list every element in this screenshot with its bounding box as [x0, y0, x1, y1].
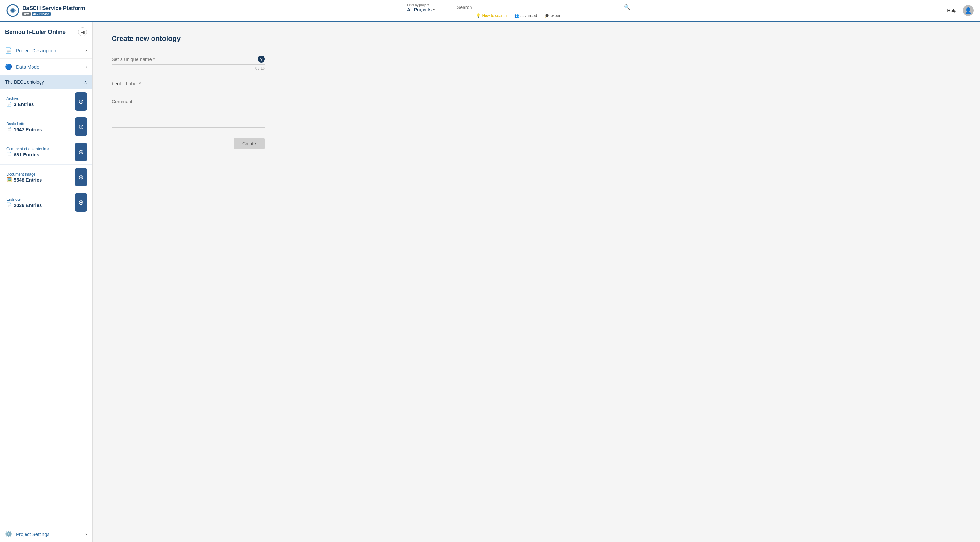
item-category: Basic Letter	[6, 122, 42, 126]
nav-right: Help 👤	[935, 5, 974, 16]
sidebar-item-project-settings[interactable]: ⚙️ Project Settings ›	[0, 526, 92, 542]
sidebar-header: Bernoulli-Euler Online ◀	[0, 22, 92, 43]
filter-chevron-icon: ▾	[433, 7, 435, 12]
item-entries: 📄 3 Entries	[6, 102, 34, 107]
app-logo	[6, 4, 19, 17]
label-field: beol:	[111, 81, 265, 88]
filter-label: Filter by project	[407, 3, 452, 7]
logo-area: DaSCH Service Platform dev dev-release	[6, 4, 102, 17]
item-entries: 📄 1947 Entries	[6, 127, 42, 132]
doc-icon: 📄	[6, 102, 12, 107]
sidebar-collapse-button[interactable]: ◀	[78, 27, 87, 37]
search-box: 🔍	[457, 4, 630, 11]
bulb-icon: 💡	[476, 13, 481, 18]
list-item: Basic Letter 📄 1947 Entries ⊕	[0, 114, 92, 139]
search-top: Filter by project All Projects ▾ 🔍	[407, 3, 630, 12]
item-entries: 📄 2036 Entries	[6, 202, 42, 208]
add-comment-entry-button[interactable]: ⊕	[75, 143, 87, 161]
doc-icon: 📄	[6, 127, 12, 132]
list-item: Archive 📄 3 Entries ⊕	[0, 89, 92, 114]
top-navigation: DaSCH Service Platform dev dev-release F…	[0, 0, 980, 22]
char-count: 0 / 16	[111, 66, 265, 70]
project-description-chevron-icon: ›	[86, 48, 87, 53]
expert-link[interactable]: 🎓 expert	[544, 13, 561, 18]
add-basic-letter-button[interactable]: ⊕	[75, 118, 87, 136]
item-category: Archive	[6, 96, 34, 101]
badge-area: dev dev-release	[22, 12, 85, 16]
filter-value: All Projects	[407, 7, 432, 12]
project-description-icon: 📄	[5, 47, 12, 54]
ontology-chevron-icon: ∧	[84, 80, 87, 84]
advanced-icon: 👥	[514, 13, 519, 18]
label-input[interactable]	[126, 81, 265, 86]
expert-icon: 🎓	[544, 13, 549, 18]
create-button[interactable]: Create	[234, 138, 265, 149]
search-area: Filter by project All Projects ▾ 🔍 💡 How…	[102, 3, 935, 18]
doc-icon: 📄	[6, 202, 12, 207]
filter-select[interactable]: All Projects ▾	[407, 7, 452, 12]
search-icon[interactable]: 🔍	[624, 4, 630, 10]
sidebar-item-data-model[interactable]: 🔵 Data Model ›	[0, 59, 92, 75]
filter-by-project[interactable]: Filter by project All Projects ▾	[407, 3, 452, 12]
ontology-section: The BEOL ontology ∧	[0, 75, 92, 89]
doc-icon: 📄	[6, 152, 12, 157]
add-document-image-button[interactable]: ⊕	[75, 168, 87, 187]
data-model-icon: 🔵	[5, 63, 12, 70]
data-model-label: Data Model	[16, 64, 40, 70]
user-avatar[interactable]: 👤	[963, 5, 974, 16]
add-endnote-button[interactable]: ⊕	[75, 193, 87, 212]
item-entries: 🖼️ 5548 Entries	[6, 177, 42, 183]
list-item: Comment of an entry in a ... 📄 681 Entri…	[0, 139, 92, 165]
help-link[interactable]: Help	[947, 8, 956, 13]
sidebar-item-project-description[interactable]: 📄 Project Description ›	[0, 43, 92, 59]
project-settings-icon: ⚙️	[5, 531, 12, 537]
search-bottom: 💡 How to search 👥 advanced 🎓 expert	[476, 13, 561, 18]
data-model-chevron-icon: ›	[86, 64, 87, 69]
search-input[interactable]	[457, 5, 621, 10]
project-settings-chevron-icon: ›	[86, 531, 87, 537]
project-settings-label: Project Settings	[16, 531, 49, 537]
name-field: ? 0 / 16	[111, 56, 265, 70]
name-input[interactable]	[111, 56, 254, 62]
sidebar-title: Bernoulli-Euler Online	[5, 29, 66, 35]
svg-point-1	[11, 9, 14, 12]
ontology-title: The BEOL ontology	[5, 80, 44, 84]
badge-devrelease: dev-release	[32, 12, 51, 16]
list-item: Endnote 📄 2036 Entries ⊕	[0, 190, 92, 215]
label-prefix: beol:	[111, 81, 122, 86]
add-archive-button[interactable]: ⊕	[75, 92, 87, 111]
ontology-header[interactable]: The BEOL ontology ∧	[0, 75, 92, 89]
create-btn-area: Create	[111, 138, 265, 149]
advanced-link[interactable]: 👥 advanced	[514, 13, 537, 18]
comment-field	[111, 99, 265, 128]
item-category: Document Image	[6, 172, 42, 177]
ontology-items: Archive 📄 3 Entries ⊕ Basic Letter 📄 194…	[0, 89, 92, 215]
how-to-search-link[interactable]: 💡 How to search	[476, 13, 507, 18]
list-item: Document Image 🖼️ 5548 Entries ⊕	[0, 165, 92, 190]
comment-input[interactable]	[111, 99, 265, 124]
badge-dev: dev	[22, 12, 30, 16]
create-ontology-form: ? 0 / 16 beol: Create	[111, 56, 265, 149]
app-name: DaSCH Service Platform	[22, 5, 85, 11]
doc-icon: 🖼️	[6, 177, 12, 182]
help-icon[interactable]: ?	[258, 56, 265, 62]
item-category: Comment of an entry in a ...	[6, 147, 54, 151]
project-description-label: Project Description	[16, 48, 56, 53]
item-category: Endnote	[6, 197, 42, 202]
main-content: Create new ontology ? 0 / 16 beol:	[92, 22, 980, 542]
sidebar: Bernoulli-Euler Online ◀ 📄 Project Descr…	[0, 22, 92, 542]
main-layout: Bernoulli-Euler Online ◀ 📄 Project Descr…	[0, 22, 980, 542]
item-entries: 📄 681 Entries	[6, 152, 54, 157]
page-title: Create new ontology	[111, 35, 961, 43]
